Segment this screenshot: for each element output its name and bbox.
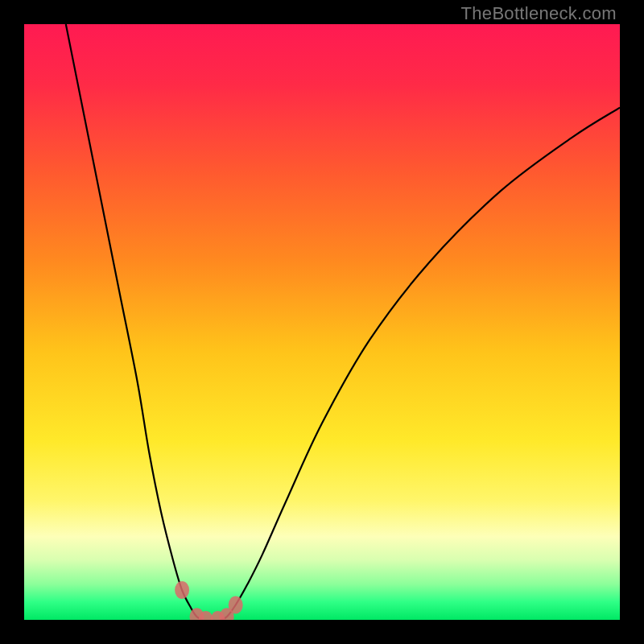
curve-marker [229,597,243,614]
watermark-text: TheBottleneck.com [461,3,617,24]
curve-right-branch [221,108,620,620]
curve-markers [175,581,243,620]
curve-marker [175,581,189,599]
plot-area [24,24,620,620]
curve-left-branch [66,24,203,620]
chart-svg [24,24,620,620]
